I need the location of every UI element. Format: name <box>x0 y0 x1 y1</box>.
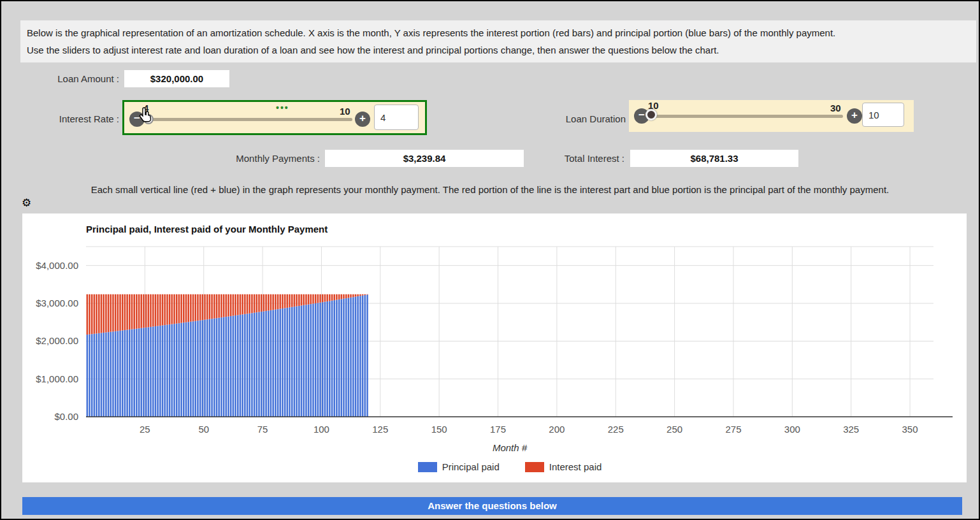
interest-rate-input[interactable] <box>374 105 419 130</box>
svg-text:$4,000.00: $4,000.00 <box>36 260 78 271</box>
chart-x-axis-label: Month # <box>86 442 933 453</box>
amortization-chart: $0.00$1,000.00$2,000.00$3,000.00$4,000.0… <box>22 213 967 482</box>
svg-text:100: 100 <box>313 424 329 435</box>
svg-text:225: 225 <box>608 424 624 435</box>
svg-text:350: 350 <box>902 424 918 435</box>
loan-amount-field[interactable]: $320,000.00 <box>124 70 229 87</box>
legend-item-principal: Principal paid <box>418 461 500 472</box>
plus-icon: + <box>851 109 858 121</box>
answer-questions-button[interactable]: Answer the questions below <box>22 497 962 515</box>
plus-icon: + <box>359 112 366 124</box>
interest-rate-slider-panel: − 4 ••• 10 + <box>122 100 427 135</box>
principal-legend-label: Principal paid <box>442 461 500 472</box>
svg-text:275: 275 <box>725 424 741 435</box>
svg-text:150: 150 <box>431 424 447 435</box>
interest-rate-slider-track[interactable] <box>150 118 352 121</box>
svg-text:50: 50 <box>198 424 209 435</box>
svg-text:250: 250 <box>667 424 682 435</box>
svg-text:75: 75 <box>257 424 268 435</box>
interest-rate-plus-button[interactable]: + <box>355 112 370 127</box>
chart-legend: Principal paid Interest paid <box>86 461 933 472</box>
slider-tick-dots: ••• <box>276 103 289 113</box>
loan-duration-plus-button[interactable]: + <box>847 108 862 124</box>
bars <box>87 294 368 417</box>
loan-duration-slider-track[interactable] <box>654 115 843 118</box>
interest-legend-swatch <box>525 462 544 472</box>
svg-text:125: 125 <box>372 424 388 435</box>
interest-legend-label: Interest paid <box>549 461 602 472</box>
svg-text:325: 325 <box>843 424 859 435</box>
interest-rate-max-value: 10 <box>340 106 350 117</box>
loan-duration-slider-panel: − 10 30 + <box>629 100 914 132</box>
loan-duration-max-value: 30 <box>830 103 841 113</box>
svg-text:200: 200 <box>549 424 565 435</box>
minus-icon: − <box>638 109 645 121</box>
chart-title: Principal paid, Interest paid of your Mo… <box>86 224 328 235</box>
interest-rate-label: Interest Rate : <box>27 113 119 124</box>
monthly-payments-label: Monthly Payments : <box>212 153 320 164</box>
amortization-app: Below is the graphical representation of… <box>0 0 980 520</box>
gridlines <box>86 247 933 417</box>
monthly-payments-value: $3,239.84 <box>325 150 524 167</box>
svg-text:25: 25 <box>140 424 150 435</box>
svg-text:$1,000.00: $1,000.00 <box>36 373 78 384</box>
svg-text:175: 175 <box>490 424 506 435</box>
loan-duration-slider-thumb[interactable] <box>645 109 657 120</box>
loan-duration-input[interactable] <box>862 103 904 127</box>
principal-legend-swatch <box>418 462 437 472</box>
svg-text:$3,000.00: $3,000.00 <box>36 298 78 308</box>
instructions-line-2: Use the sliders to adjust interest rate … <box>27 41 970 59</box>
total-interest-value: $68,781.33 <box>630 150 798 167</box>
instructions-line-1: Below is the graphical representation of… <box>27 24 970 41</box>
svg-text:300: 300 <box>784 424 800 435</box>
legend-item-interest: Interest paid <box>525 461 602 472</box>
loan-duration-label: Loan Duration <box>549 113 626 124</box>
svg-text:$2,000.00: $2,000.00 <box>36 335 78 346</box>
axis-tick-labels: $0.00$1,000.00$2,000.00$3,000.00$4,000.0… <box>36 260 918 435</box>
instructions-block: Below is the graphical representation of… <box>20 20 976 62</box>
svg-text:$0.00: $0.00 <box>54 411 78 422</box>
total-interest-label: Total Interest : <box>548 153 624 164</box>
gear-icon[interactable]: ⚙ <box>22 198 31 208</box>
loan-amount-label: Loan Amount : <box>27 73 119 84</box>
cursor-hand-icon <box>138 106 155 128</box>
chart-note: Each small vertical line (red + blue) in… <box>1 184 979 195</box>
